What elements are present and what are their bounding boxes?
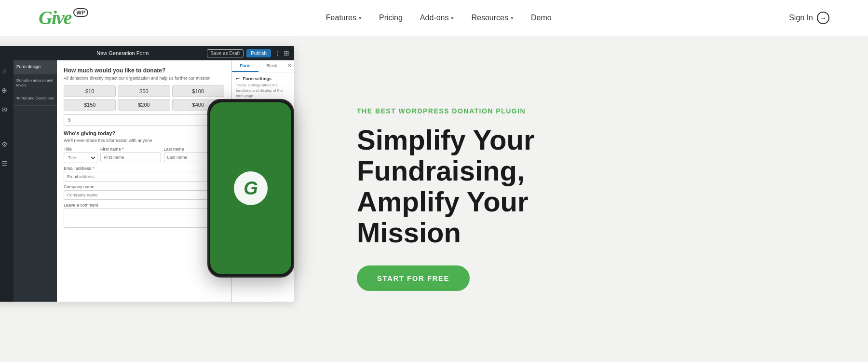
nav-item-demo[interactable]: Demo [531, 14, 552, 22]
phone-mockup: G [207, 99, 294, 278]
who-desc: We'll never share this information with … [64, 138, 224, 143]
nav-item-resources[interactable]: Resources ▾ [471, 14, 513, 22]
editor-grid-icon[interactable]: ⊞ [284, 49, 289, 57]
logo-text: Give [39, 8, 71, 28]
form-question: How much would you like to donate? [64, 67, 224, 74]
phone-screen: G [210, 102, 291, 274]
start-for-free-button[interactable]: START FOR FREE [357, 265, 470, 291]
phone-logo-g-icon: G [244, 179, 258, 197]
wp-editor-topbar: New Generation Form Save as Draft Publis… [0, 46, 294, 60]
right-panel: THE BEST WORDPRESS DONATION PLUGIN Simpl… [318, 36, 868, 362]
donation-10[interactable]: $10 [64, 85, 116, 97]
wp-nav-terms[interactable]: Terms and Conditions [14, 92, 57, 105]
comment-wrap: Leave a comment [64, 203, 224, 229]
form-settings-title: ↩ Form settings [236, 76, 290, 81]
company-wrap: Company name [64, 184, 224, 200]
title-select[interactable]: Title [64, 153, 97, 163]
logo[interactable]: Give WP [39, 8, 88, 28]
nav-item-features[interactable]: Features ▾ [326, 14, 362, 22]
wp-sidebar-search-icon[interactable]: ⊕ [0, 84, 11, 97]
donation-150[interactable]: $150 [64, 99, 116, 111]
main-content: New Generation Form Save as Draft Publis… [0, 36, 868, 362]
hero-title: Simplify Your Fundraising, Amplify Your … [357, 125, 637, 248]
chevron-down-icon-3: ▾ [511, 15, 514, 21]
save-draft-button[interactable]: Save as Draft [207, 49, 244, 57]
email-input[interactable] [64, 172, 224, 181]
donation-100[interactable]: $100 [172, 85, 224, 97]
email-label: Email address * [64, 166, 224, 171]
tab-block[interactable]: Block [258, 60, 285, 72]
title-field-wrap: Title Title [64, 147, 97, 163]
settings-close-button[interactable]: × [285, 60, 294, 72]
wp-sidebar-home-icon[interactable]: ⌂ [0, 64, 11, 78]
wp-nav-panel: Form design Donation amount and levels T… [14, 60, 57, 302]
chevron-down-icon-2: ▾ [451, 15, 454, 21]
form-preview: How much would you like to donate? All d… [57, 60, 231, 302]
first-name-label: First name * [100, 147, 161, 152]
first-name-wrap: First name * [100, 147, 161, 163]
donation-amount-grid: $10 $50 $100 $150 $200 $400 [64, 85, 224, 111]
phone-logo: G [234, 171, 268, 205]
wp-sidebar-email-icon[interactable]: ✉ [0, 103, 11, 116]
tab-form[interactable]: Form [232, 60, 258, 72]
wp-nav-form-design[interactable]: Form design [14, 60, 57, 74]
nav-item-addons[interactable]: Add-ons ▾ [420, 14, 454, 22]
form-settings-arrow-icon: ↩ [236, 76, 240, 81]
who-title: Who's giving today? [64, 130, 224, 136]
sign-in-button[interactable]: Sign In → [789, 12, 829, 24]
editor-actions: Save as Draft Publish ⋮ ⊞ [207, 49, 289, 57]
name-field-group: Title Title First name * Last name [64, 147, 224, 163]
logo-badge: WP [73, 8, 89, 17]
editor-options-icon[interactable]: ⋮ [274, 49, 281, 57]
form-desc: All donations directly impact our organi… [64, 76, 224, 81]
hero-eyebrow: THE BEST WORDPRESS DONATION PLUGIN [357, 107, 637, 115]
hero-content: THE BEST WORDPRESS DONATION PLUGIN Simpl… [357, 107, 637, 291]
donation-50[interactable]: $50 [118, 85, 170, 97]
wp-sidebar-settings-icon[interactable]: ⚙ [0, 138, 11, 151]
wp-nav-donation[interactable]: Donation amount and levels [14, 74, 57, 93]
sign-in-arrow-icon: → [817, 12, 829, 24]
settings-tabs: Form Block × [232, 60, 294, 72]
comment-label: Leave a comment [64, 203, 224, 208]
main-nav: Features ▾ Pricing Add-ons ▾ Resources ▾… [326, 14, 552, 22]
left-panel: New Generation Form Save as Draft Publis… [0, 36, 318, 362]
site-header: Give WP Features ▾ Pricing Add-ons ▾ Res… [0, 0, 868, 36]
company-input[interactable] [64, 190, 224, 200]
chevron-down-icon: ▾ [359, 15, 362, 21]
nav-item-pricing[interactable]: Pricing [379, 14, 403, 22]
form-settings-desc: These settings affect the functions and … [236, 83, 290, 99]
editor-title: New Generation Form [39, 50, 207, 56]
first-name-input[interactable] [100, 153, 161, 162]
email-wrap: Email address * [64, 166, 224, 181]
wp-sidebar-forms-icon[interactable]: ☰ [0, 157, 11, 170]
title-label: Title [64, 147, 97, 152]
wp-sidebar: ⌂ ⊕ ✉ ⚙ ☰ [0, 60, 14, 302]
custom-amount-input[interactable] [64, 114, 224, 125]
comment-input[interactable] [64, 209, 224, 228]
donation-200[interactable]: $200 [118, 99, 170, 111]
publish-button[interactable]: Publish [246, 49, 271, 57]
company-label: Company name [64, 184, 224, 189]
